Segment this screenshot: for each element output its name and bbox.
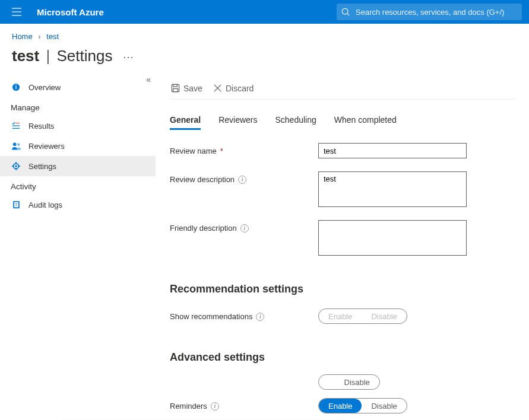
tooltip-icon[interactable]: i — [256, 313, 264, 321]
reminders-toggle[interactable]: Enable Disable — [318, 398, 407, 413]
show-recommendations-label: Show recommendations i — [170, 308, 318, 321]
section-recommendation: Recommendation settings — [170, 283, 515, 295]
hidden-toggle[interactable]: x Disable — [318, 374, 380, 390]
page-title: test | Settings — [12, 47, 112, 65]
info-icon — [11, 83, 21, 91]
show-recommendations-toggle: Enable Disable — [318, 308, 407, 324]
hidden-row-label — [170, 374, 318, 378]
gear-icon — [11, 162, 21, 170]
required-marker: * — [220, 147, 223, 155]
sidebar-item-reviewers[interactable]: Reviewers — [0, 136, 156, 156]
breadcrumb-current[interactable]: test — [46, 32, 59, 41]
toggle-disable[interactable]: Disable — [362, 399, 406, 413]
main-content: Save Discard General Reviewers Schedulin… — [156, 77, 529, 413]
svg-rect-24 — [173, 84, 178, 87]
sidebar: « Overview Manage Results Reviewers Sett — [0, 77, 156, 413]
toggle-enable: Enable — [319, 309, 362, 323]
breadcrumb: Home › test — [0, 24, 529, 43]
sidebar-item-audit-logs[interactable]: Audit logs — [0, 195, 156, 215]
chevron-right-icon: › — [38, 32, 40, 41]
collapse-sidebar-button[interactable]: « — [146, 75, 151, 84]
hamburger-menu-button[interactable] — [7, 2, 26, 21]
friendly-description-label: Friendly description i — [170, 220, 318, 233]
svg-point-3 — [342, 8, 348, 14]
tooltip-icon[interactable]: i — [240, 224, 249, 233]
sidebar-item-label: Overview — [28, 83, 61, 92]
svg-rect-6 — [15, 87, 16, 89]
sidebar-item-label: Settings — [28, 162, 56, 171]
page-title-section: Settings — [56, 47, 112, 65]
page-title-row: test | Settings ⋯ — [0, 43, 529, 77]
save-button[interactable]: Save — [170, 81, 204, 96]
sidebar-item-overview[interactable]: Overview — [0, 77, 156, 97]
sidebar-item-label: Audit logs — [28, 201, 62, 209]
discard-label: Discard — [226, 84, 254, 93]
reminders-label: Reminders i — [170, 398, 318, 411]
toggle-enable[interactable]: Enable — [319, 399, 362, 413]
tab-scheduling[interactable]: Scheduling — [275, 112, 316, 130]
global-search-input[interactable] — [354, 7, 517, 17]
tab-general[interactable]: General — [170, 112, 201, 130]
sidebar-item-label: Reviewers — [28, 142, 65, 151]
review-name-label: Review name * — [170, 143, 318, 155]
sidebar-header-manage: Manage — [0, 97, 156, 116]
friendly-description-input[interactable] — [318, 220, 467, 256]
sidebar-item-results[interactable]: Results — [0, 116, 156, 136]
review-name-input[interactable] — [318, 143, 467, 158]
toggle-disable[interactable]: Disable — [335, 375, 379, 389]
more-actions-button[interactable]: ⋯ — [123, 49, 134, 63]
review-description-input[interactable] — [318, 171, 467, 207]
toolbar: Save Discard — [170, 77, 515, 100]
save-label: Save — [183, 84, 202, 93]
tooltip-icon[interactable]: i — [238, 176, 246, 184]
page-title-separator: | — [46, 47, 50, 65]
svg-rect-25 — [173, 88, 178, 91]
svg-point-12 — [17, 144, 20, 146]
breadcrumb-home[interactable]: Home — [12, 32, 33, 41]
brand-title: Microsoft Azure — [37, 7, 104, 17]
sidebar-item-settings[interactable]: Settings — [0, 156, 156, 176]
top-bar: Microsoft Azure — [0, 0, 529, 24]
tab-reviewers[interactable]: Reviewers — [218, 112, 257, 130]
people-icon — [11, 142, 21, 150]
sidebar-header-activity: Activity — [0, 176, 156, 195]
svg-line-4 — [347, 14, 350, 16]
discard-button[interactable]: Discard — [212, 81, 255, 96]
svg-point-14 — [15, 165, 17, 167]
section-advanced: Advanced settings — [170, 351, 515, 364]
page-title-resource: test — [12, 47, 39, 65]
tab-when-completed[interactable]: When completed — [334, 112, 397, 130]
sidebar-item-label: Results — [28, 122, 54, 131]
svg-point-7 — [15, 85, 17, 86]
tooltip-icon[interactable]: i — [211, 402, 219, 411]
tabs: General Reviewers Scheduling When comple… — [170, 112, 515, 130]
svg-rect-20 — [14, 202, 18, 208]
toggle-disable: Disable — [362, 309, 406, 323]
checklist-icon — [11, 122, 21, 130]
global-search[interactable] — [337, 4, 522, 20]
review-description-label: Review description i — [170, 171, 318, 184]
svg-point-11 — [12, 142, 16, 146]
book-icon — [11, 201, 21, 209]
